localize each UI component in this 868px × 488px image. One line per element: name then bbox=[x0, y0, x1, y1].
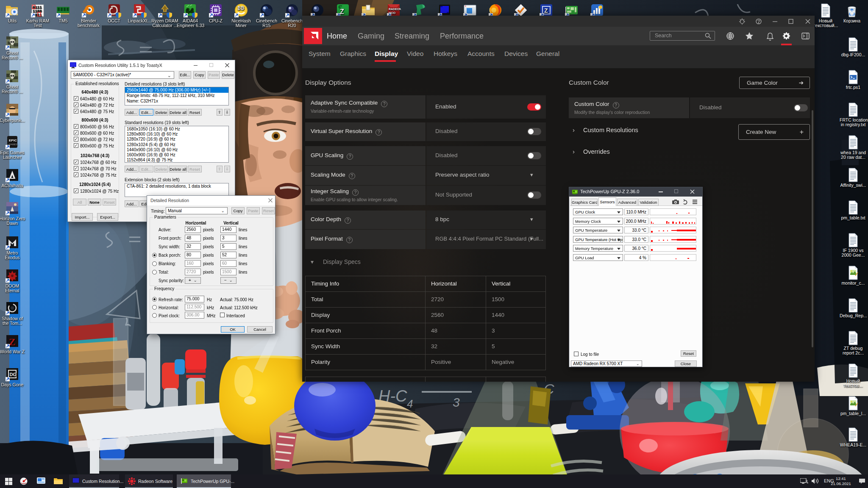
svg-text:Z: Z bbox=[544, 7, 548, 14]
svg-text:₿₿: ₿₿ bbox=[237, 6, 244, 11]
svg-text:Z: Z bbox=[9, 336, 16, 347]
svg-text:EPIC: EPIC bbox=[9, 139, 17, 142]
svg-text:4: 4 bbox=[407, 397, 413, 410]
svg-text:DG: DG bbox=[10, 372, 17, 377]
svg-text:RADEON: RADEON bbox=[389, 8, 401, 11]
svg-text:Z: Z bbox=[340, 8, 344, 15]
svg-text:GAMES: GAMES bbox=[9, 143, 17, 146]
svg-text:3: 3 bbox=[453, 395, 460, 409]
